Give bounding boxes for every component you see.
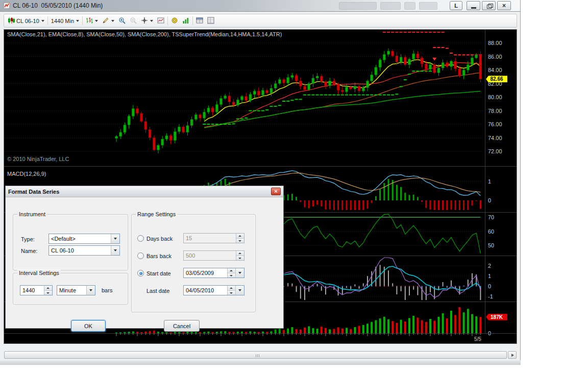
keyboard-l-button[interactable]: L xyxy=(450,1,462,10)
chevron-down-icon[interactable] xyxy=(86,286,95,295)
restore-icon xyxy=(487,5,492,9)
chevron-down-icon xyxy=(111,20,114,22)
chevron-down-icon[interactable] xyxy=(111,246,119,255)
svg-text:1: 1 xyxy=(488,273,491,279)
snapshot-icon xyxy=(157,17,164,25)
ghost-box xyxy=(419,2,437,10)
chart-style-button[interactable] xyxy=(84,16,100,26)
crosshair-icon xyxy=(141,17,148,25)
draw-tools-button[interactable] xyxy=(100,16,116,26)
interval-value-spinner[interactable]: 1440 xyxy=(20,285,53,295)
price-panel-indicators-label: SMA(Close,21), EMA(Close,8), SMA(Close,5… xyxy=(7,31,282,37)
type-value: <Default> xyxy=(51,236,111,242)
bars-back-radio[interactable] xyxy=(137,252,144,259)
dialog-titlebar[interactable]: Format Data Series × xyxy=(6,186,283,197)
spinner-arrows-icon[interactable] xyxy=(227,286,235,295)
days-back-radio[interactable] xyxy=(137,235,144,242)
zoom-in-icon xyxy=(118,17,126,25)
svg-text:72.00: 72.00 xyxy=(488,148,502,154)
scrollbar-grip-icon xyxy=(256,354,260,357)
instrument-selector[interactable]: CL 06-10 xyxy=(6,16,46,26)
last-date-picker[interactable]: 04/05/2010 xyxy=(183,285,244,295)
start-date-radio[interactable] xyxy=(137,270,144,277)
strategies-button[interactable] xyxy=(169,16,180,26)
days-back-label: Days back xyxy=(146,236,173,242)
chart-toolbar: CL 06-10 1440 Min xyxy=(4,14,517,28)
start-date-value: 03/05/2009 xyxy=(186,270,227,276)
name-value: CL 06-10 xyxy=(51,247,111,254)
cancel-button[interactable]: Cancel xyxy=(164,320,200,332)
spinner-arrows-icon[interactable] xyxy=(44,286,52,295)
interval-label: 1440 Min xyxy=(51,18,74,24)
svg-text:0: 0 xyxy=(488,197,491,203)
minimize-button[interactable] xyxy=(467,1,480,10)
range-settings-group-title: Range Settings xyxy=(136,211,177,217)
days-back-value: 15 xyxy=(186,235,236,241)
crosshair-button[interactable] xyxy=(139,16,155,26)
bars-back-value: 500 xyxy=(186,252,236,259)
scrollbar-right-arrow[interactable] xyxy=(508,351,517,359)
dialog-title: Format Data Series xyxy=(8,189,59,195)
chevron-down-icon xyxy=(76,20,79,22)
close-button[interactable]: × xyxy=(497,1,511,10)
interval-unit-dropdown[interactable]: Minute xyxy=(57,285,95,295)
app-icon xyxy=(3,2,10,9)
bars-back-input[interactable]: 500 xyxy=(183,250,244,261)
last-date-label: Last date xyxy=(146,288,169,294)
days-back-input[interactable]: 15 xyxy=(183,233,244,243)
zoom-in-button[interactable] xyxy=(116,16,128,26)
last-date-value: 04/05/2010 xyxy=(186,287,227,293)
dialog-body: Instrument Type: <Default> Name: CL 06-1… xyxy=(6,197,283,329)
start-date-picker[interactable]: 03/05/2009 xyxy=(183,268,244,278)
properties-icon xyxy=(207,17,214,25)
chart-style-icon xyxy=(86,17,93,25)
scrollbar-thumb[interactable] xyxy=(4,351,507,359)
background-window-ghost xyxy=(339,1,444,10)
databox-button[interactable] xyxy=(194,16,205,26)
svg-text:1: 1 xyxy=(488,178,491,185)
dialog-close-button[interactable]: × xyxy=(271,188,281,195)
indicators-button[interactable] xyxy=(180,16,191,26)
svg-text:88.00: 88.00 xyxy=(488,40,502,46)
ok-button[interactable]: OK xyxy=(71,320,106,332)
chevron-down-icon xyxy=(150,20,153,22)
spinner-arrows-icon[interactable] xyxy=(227,268,235,278)
macd-panel-label: MACD(12,26,9) xyxy=(7,171,46,177)
range-settings-group: Range Settings xyxy=(131,214,256,312)
toolbar-separator xyxy=(192,16,193,25)
last-price-badge: 82.66 xyxy=(486,76,507,82)
toolbar-separator xyxy=(47,16,48,25)
svg-text:70: 70 xyxy=(488,214,494,220)
format-data-series-dialog: Format Data Series × Instrument Type: <D… xyxy=(5,186,284,329)
properties-button[interactable] xyxy=(205,16,216,26)
strategies-icon xyxy=(171,17,178,25)
interval-settings-group-title: Interval Settings xyxy=(17,270,61,276)
svg-text:74.00: 74.00 xyxy=(488,135,502,141)
bars-suffix-label: bars xyxy=(102,287,112,293)
window-title: CL 06-10 05/05/2010 (1440 Min) xyxy=(13,2,103,9)
interval-selector[interactable]: 1440 Min xyxy=(49,17,81,25)
calendar-dropdown-icon[interactable] xyxy=(235,286,244,295)
zoom-out-button[interactable] xyxy=(128,16,139,26)
ghost-box xyxy=(404,2,415,10)
svg-text:50: 50 xyxy=(488,242,494,248)
spinner-arrows-icon[interactable] xyxy=(236,251,244,260)
window-titlebar[interactable]: CL 06-10 05/05/2010 (1440 Min) L × xyxy=(0,0,520,12)
ghost-box xyxy=(339,2,377,10)
calendar-dropdown-icon[interactable] xyxy=(235,268,244,278)
chevron-down-icon[interactable] xyxy=(111,234,119,243)
copyright-label: © 2010 NinjaTrader, LLC xyxy=(7,156,69,162)
restore-button[interactable] xyxy=(482,1,496,10)
chevron-down-icon xyxy=(95,20,98,22)
databox-icon xyxy=(196,17,203,25)
window-bottom-edge xyxy=(0,360,521,365)
name-dropdown[interactable]: CL 06-10 xyxy=(48,245,120,256)
type-dropdown[interactable]: <Default> xyxy=(48,234,120,244)
horizontal-scrollbar[interactable] xyxy=(4,351,517,359)
name-label: Name: xyxy=(21,248,37,254)
snapshot-button[interactable] xyxy=(155,16,166,26)
instrument-group-title: Instrument xyxy=(17,211,47,217)
window-controls: × xyxy=(467,1,511,10)
spinner-arrows-icon[interactable] xyxy=(236,234,244,243)
start-date-label: Start date xyxy=(146,270,171,277)
